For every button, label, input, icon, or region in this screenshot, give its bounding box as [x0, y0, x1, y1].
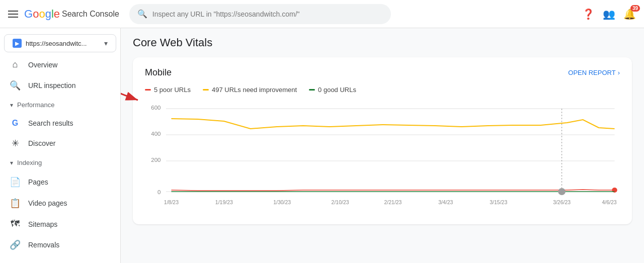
sidebar-item-discover[interactable]: ✳ Discover: [0, 133, 116, 154]
legend-needs-improvement-label: 497 URLs need improvement: [212, 86, 297, 94]
chart-title: Mobile: [145, 67, 172, 78]
sidebar-item-sitemaps[interactable]: 🗺 Sitemaps: [0, 214, 116, 234]
sidebar-item-label: Video pages: [28, 199, 67, 207]
sidebar-item-removals[interactable]: 🔗 Removals: [0, 234, 116, 255]
sidebar-item-label: Sitemaps: [28, 220, 57, 228]
google-g-icon: G: [10, 119, 20, 128]
arrow-annotation: [121, 52, 148, 118]
google-logo: Google Search Console: [24, 8, 119, 21]
sidebar-item-label: Search results: [28, 119, 73, 127]
sidebar-item-pages[interactable]: 📄 Pages: [0, 171, 116, 193]
app-title: Search Console: [62, 10, 119, 19]
svg-text:1/8/23: 1/8/23: [164, 200, 179, 205]
indexing-section-header[interactable]: ▾ Indexing: [0, 154, 120, 171]
sidebar-item-video-pages[interactable]: 📋 Video pages: [0, 193, 116, 214]
svg-text:200: 200: [151, 157, 160, 163]
svg-text:1/30/23: 1/30/23: [273, 200, 291, 205]
legend-poor-label: 5 poor URLs: [154, 86, 191, 94]
legend-good-label: 0 good URLs: [318, 86, 356, 94]
site-url: https://seosandwitc...: [26, 40, 100, 47]
needs-improvement-dot: [203, 89, 209, 91]
home-icon: ⌂: [10, 59, 20, 70]
good-dot: [309, 89, 315, 91]
mobile-chart-card: Mobile OPEN REPORT › 5 poor URLs 497 URL…: [133, 57, 632, 224]
site-selector[interactable]: ▶ https://seosandwitc... ▾: [4, 34, 116, 52]
search-icon: 🔍: [10, 80, 20, 91]
svg-text:2/21/23: 2/21/23: [384, 200, 401, 205]
svg-text:400: 400: [151, 131, 160, 137]
main-layout: ▶ https://seosandwitc... ▾ ⌂ Overview 🔍 …: [0, 28, 644, 263]
pages-icon: 📄: [10, 177, 20, 188]
notifications-icon[interactable]: 🔔 39: [623, 8, 636, 20]
sitemaps-icon: 🗺: [10, 219, 20, 229]
url-search-input[interactable]: [152, 10, 383, 18]
legend-good: 0 good URLs: [309, 86, 356, 94]
chevron-down-icon: ▾: [10, 159, 13, 166]
line-chart: 600 400 200 0: [145, 104, 620, 214]
sidebar-item-search-results[interactable]: G Search results: [0, 114, 116, 133]
performance-section-header[interactable]: ▾ Performance: [0, 96, 120, 114]
sidebar-item-label: Discover: [28, 139, 55, 147]
page-title: Core Web Vitals: [133, 36, 632, 49]
svg-text:3/26/23: 3/26/23: [553, 200, 571, 205]
svg-point-20: [558, 188, 566, 195]
chevron-right-icon: ›: [618, 69, 620, 76]
sidebar: ▶ https://seosandwitc... ▾ ⌂ Overview 🔍 …: [0, 28, 121, 263]
legend-needs-improvement: 497 URLs need improvement: [203, 86, 297, 94]
chevron-down-icon: ▾: [104, 39, 108, 47]
menu-button[interactable]: [8, 11, 18, 18]
accounts-icon[interactable]: 👥: [603, 8, 615, 20]
url-search-bar[interactable]: 🔍: [129, 4, 391, 24]
svg-text:600: 600: [151, 105, 160, 111]
svg-text:4/6/23: 4/6/23: [602, 200, 616, 205]
sidebar-item-label: Pages: [28, 178, 48, 186]
video-pages-icon: 📋: [10, 198, 20, 209]
help-icon[interactable]: ❓: [582, 8, 595, 20]
poor-dot: [145, 89, 151, 91]
section-label: Performance: [17, 101, 54, 109]
sidebar-item-label: Overview: [28, 61, 57, 69]
svg-text:1/19/23: 1/19/23: [215, 200, 233, 205]
svg-text:3/4/23: 3/4/23: [438, 200, 453, 205]
chevron-down-icon: ▾: [10, 102, 13, 109]
topbar-actions: ❓ 👥 🔔 39: [582, 8, 636, 20]
chart-header: Mobile OPEN REPORT ›: [145, 67, 620, 78]
sidebar-item-overview[interactable]: ⌂ Overview: [0, 54, 116, 75]
notification-badge: 39: [630, 5, 640, 12]
svg-text:0: 0: [157, 189, 160, 195]
sidebar-item-label: Removals: [28, 241, 59, 249]
removals-icon: 🔗: [10, 239, 20, 250]
open-report-button[interactable]: OPEN REPORT ›: [568, 69, 620, 76]
legend-poor: 5 poor URLs: [145, 86, 191, 94]
chart-legend: 5 poor URLs 497 URLs need improvement 0 …: [145, 84, 620, 96]
sidebar-item-label: URL inspection: [28, 81, 75, 90]
site-favicon: ▶: [13, 39, 22, 48]
svg-text:3/15/23: 3/15/23: [490, 200, 507, 205]
chart-area: 600 400 200 0: [145, 104, 620, 214]
search-icon: 🔍: [137, 9, 147, 19]
sidebar-item-url-inspection[interactable]: 🔍 URL inspection: [0, 75, 116, 96]
main-content: Core Web Vitals Mobile OPEN REPORT ›: [121, 28, 644, 263]
discover-icon: ✳: [10, 138, 20, 149]
topbar: Google Search Console 🔍 ❓ 👥 🔔 39: [0, 0, 644, 28]
svg-text:2/10/23: 2/10/23: [332, 200, 349, 205]
section-label: Indexing: [17, 159, 42, 166]
